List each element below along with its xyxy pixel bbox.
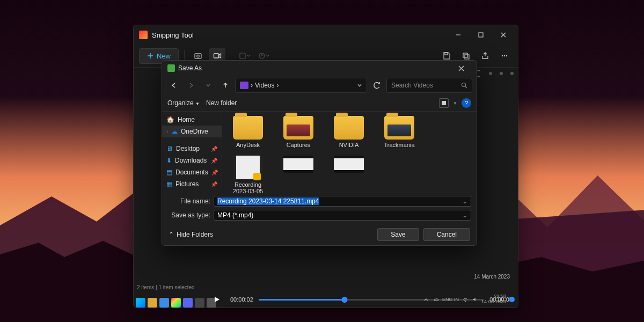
more-button[interactable] [496, 48, 513, 64]
tree-documents[interactable]: ▤Documents📌 [162, 166, 222, 178]
breadcrumb[interactable]: Videos [255, 82, 274, 89]
video-icon [233, 156, 263, 179]
fields-area: File name: Recording 2023-03-14 225811.m… [162, 193, 477, 224]
search-input[interactable]: Search Videos [386, 78, 472, 93]
toolbar-row: Organize ▼ New folder ▼ ? [162, 95, 477, 112]
svg-rect-14 [463, 53, 467, 57]
dialog-footer: ⌃Hide Folders Save Cancel [162, 224, 477, 245]
date-overlay: 14 March 2023 [474, 274, 510, 280]
chevron-up-icon[interactable] [423, 296, 429, 303]
folder-icon [384, 116, 414, 140]
breadcrumb-sep: › [276, 82, 279, 89]
tree-onedrive[interactable]: ›☁OneDrive [162, 126, 222, 137]
search-icon [461, 82, 467, 89]
dialog-title: Save As [178, 64, 202, 72]
nav-row: › Videos › Search Videos [162, 76, 477, 95]
save-as-dialog: Save As › Videos › Search Videos Organiz… [162, 60, 477, 246]
home-icon: 🏠 [166, 116, 174, 123]
system-tray: ENG IN 22:5814-03-2023 [423, 291, 515, 308]
share-button[interactable] [477, 48, 493, 64]
downloads-icon: ⬇ [166, 157, 172, 164]
refresh-button[interactable] [369, 78, 384, 93]
svg-rect-6 [195, 54, 201, 58]
pin-icon: 📌 [211, 146, 217, 152]
new-label: New [157, 52, 171, 60]
playback-bar: 00:00:02 00:00:05 ENG IN 22:5814-03-2023 [134, 291, 518, 308]
window-title: Snipping Tool [152, 31, 194, 39]
onedrive-icon: ☁ [171, 128, 178, 135]
pin-icon: 📌 [211, 170, 218, 175]
svg-point-7 [197, 55, 199, 57]
tray-lang[interactable]: ENG IN [442, 297, 459, 302]
svg-rect-15 [465, 55, 469, 59]
filename-input[interactable]: Recording 2023-03-14 225811.mp4⌄ [214, 196, 471, 207]
folder-icon [283, 116, 313, 140]
chevron-down-icon[interactable]: ▼ [453, 101, 457, 106]
svg-point-22 [462, 83, 466, 87]
tree-pictures[interactable]: ▦Pictures📌 [162, 178, 222, 190]
current-time: 00:00:02 [230, 296, 253, 303]
tree-home[interactable]: 🏠Home [162, 114, 222, 126]
folder-item[interactable]: Trackmania [378, 116, 421, 148]
chevron-right-icon: › [166, 129, 168, 134]
svg-line-23 [465, 86, 467, 88]
file-item[interactable] [277, 156, 320, 193]
chevron-down-icon[interactable] [357, 83, 362, 88]
pictures-icon: ▦ [166, 180, 172, 188]
folder-item[interactable]: AnyDesk [226, 116, 269, 148]
close-icon[interactable] [458, 65, 473, 71]
cancel-button[interactable]: Cancel [423, 228, 470, 241]
svg-rect-9 [240, 53, 245, 58]
svg-rect-8 [214, 54, 219, 58]
forward-button[interactable] [184, 78, 199, 93]
svg-point-16 [502, 55, 503, 56]
folder-icon [240, 82, 248, 89]
nav-tree: 🏠Home ›☁OneDrive 🖥Desktop📌 ⬇Downloads📌 ▤… [162, 112, 222, 193]
minimize-button[interactable] [447, 27, 470, 43]
tray-clock[interactable]: 22:5814-03-2023 [481, 294, 506, 305]
up-button[interactable] [218, 78, 233, 93]
filename-label: File name: [167, 197, 210, 205]
organize-menu[interactable]: Organize ▼ [167, 99, 200, 107]
folder-item[interactable]: Captures [277, 116, 320, 148]
file-item[interactable]: Recording 2023-03-05 210137.mp4 [226, 156, 269, 193]
file-grid: AnyDesk Captures NVIDIA Trackmania Recor… [222, 112, 472, 193]
view-options-button[interactable] [439, 98, 449, 108]
hide-folders-toggle[interactable]: ⌃Hide Folders [169, 231, 213, 238]
tree-downloads[interactable]: ⬇Downloads📌 [162, 155, 222, 166]
chevron-up-icon: ⌃ [169, 231, 174, 238]
type-select[interactable]: MP4 (*.mp4)⌄ [214, 210, 471, 221]
new-folder-button[interactable]: New folder [206, 99, 237, 107]
titlebar: Snipping Tool [134, 25, 518, 45]
cloud-icon[interactable] [433, 296, 439, 303]
address-bar[interactable]: › Videos › [235, 78, 367, 93]
background-edge-ui [474, 70, 514, 77]
save-button[interactable]: Save [377, 228, 419, 241]
folder-icon [334, 116, 364, 140]
back-button[interactable] [166, 78, 181, 93]
pin-icon: 📌 [211, 181, 217, 187]
svg-point-19 [465, 301, 466, 302]
desktop-icon: 🖥 [166, 145, 173, 152]
help-button[interactable]: ? [462, 98, 471, 108]
tree-desktop[interactable]: 🖥Desktop📌 [162, 143, 222, 155]
chevron-down-icon[interactable]: ⌄ [462, 197, 467, 205]
recent-dropdown[interactable] [201, 78, 216, 93]
documents-icon: ▤ [166, 169, 172, 176]
notifications-icon[interactable] [509, 297, 515, 302]
folder-item[interactable]: NVIDIA [327, 116, 370, 148]
maximize-button[interactable] [470, 27, 492, 43]
dialog-icon [167, 64, 175, 72]
wifi-icon[interactable] [462, 296, 469, 303]
pin-icon: 📌 [211, 158, 217, 164]
video-icon [283, 156, 313, 173]
app-icon [139, 31, 148, 39]
file-item[interactable] [327, 156, 370, 193]
play-button[interactable] [209, 291, 225, 308]
svg-point-17 [504, 55, 505, 56]
svg-point-18 [506, 55, 507, 56]
volume-icon[interactable] [472, 296, 478, 303]
chevron-down-icon[interactable]: ⌄ [462, 211, 467, 219]
status-bar: 2 items | 1 item selected [137, 284, 195, 290]
close-button[interactable] [492, 27, 515, 43]
